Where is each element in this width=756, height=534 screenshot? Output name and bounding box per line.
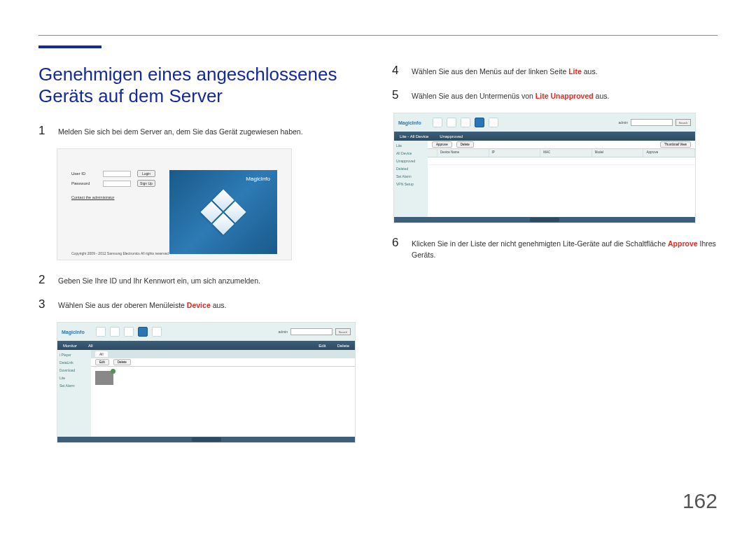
nav-icon-device[interactable] bbox=[475, 118, 484, 127]
nav-icon-3[interactable] bbox=[124, 327, 134, 337]
nav-icon-1[interactable] bbox=[433, 118, 442, 127]
search-button[interactable]: Search bbox=[335, 328, 351, 335]
toolbar-row: Approve Delete Thumbnail View bbox=[428, 141, 695, 149]
step-number: 4 bbox=[392, 64, 402, 78]
td-approve[interactable] bbox=[643, 157, 695, 164]
sidebar-item[interactable]: Lite bbox=[59, 376, 89, 380]
app-footer bbox=[394, 217, 695, 223]
sidebar-item[interactable]: Deleted bbox=[396, 167, 426, 171]
pagination-control[interactable] bbox=[192, 437, 221, 442]
menubar-monitor[interactable]: Monitor bbox=[63, 344, 77, 348]
page-title: Genehmigen eines angeschlossenes Geräts … bbox=[38, 64, 364, 107]
device-thumbnail[interactable] bbox=[95, 371, 113, 385]
app-body: i Player DataLink Download Lite Set Alar… bbox=[57, 350, 355, 437]
password-input[interactable] bbox=[103, 181, 131, 187]
app-topbar: MagicInfo admin Search bbox=[57, 323, 355, 341]
app-sidebar: Lite All Device Unapproved Deleted Set A… bbox=[394, 141, 428, 217]
step-text: Melden Sie sich bei dem Server an, dem S… bbox=[58, 124, 303, 138]
user-id-label: User ID bbox=[71, 171, 97, 176]
step-number: 2 bbox=[38, 273, 48, 287]
td-name bbox=[438, 157, 489, 164]
step-pre: Wählen Sie aus der oberen Menüleiste bbox=[58, 301, 187, 309]
nav-icon-3[interactable] bbox=[461, 118, 470, 127]
sidebar-item[interactable]: Unapproved bbox=[396, 159, 426, 163]
step-post: aus. bbox=[594, 92, 610, 100]
th-approve: Approve bbox=[643, 149, 695, 157]
sidebar-item[interactable]: Set Alarm bbox=[59, 384, 89, 388]
tab-unapproved[interactable]: Unapproved bbox=[440, 134, 463, 139]
search-input[interactable] bbox=[290, 328, 332, 335]
delete-button[interactable]: Delete bbox=[456, 141, 474, 148]
contact-admin-link[interactable]: Contact the administrator bbox=[71, 195, 155, 199]
nav-icon-2[interactable] bbox=[110, 327, 120, 337]
diamond-icon bbox=[202, 191, 244, 233]
app-logo: MagicInfo bbox=[62, 330, 85, 335]
nav-icon-1[interactable] bbox=[96, 327, 106, 337]
mini-edit[interactable]: Edit bbox=[95, 359, 109, 365]
user-id-input[interactable] bbox=[103, 171, 131, 177]
approve-button[interactable]: Approve bbox=[432, 141, 452, 148]
sidebar-item[interactable]: All Device bbox=[396, 151, 426, 155]
step-text: Klicken Sie in der Liste der nicht geneh… bbox=[412, 236, 718, 261]
keyword-lite: Lite bbox=[568, 67, 582, 76]
mini-delete[interactable]: Delete bbox=[113, 359, 131, 365]
sidebar-item[interactable]: Set Alarm bbox=[396, 174, 426, 178]
user-info: admin bbox=[618, 120, 628, 125]
app-menubar: Lite - All Device Unapproved bbox=[394, 132, 695, 141]
left-column: Genehmigen eines angeschlossenes Geräts … bbox=[38, 64, 364, 456]
top-right: admin Search bbox=[618, 119, 691, 126]
sidebar-item[interactable]: VPN Setup bbox=[396, 182, 426, 186]
step-2: 2 Geben Sie Ihre ID und Ihr Kennwort ein… bbox=[38, 273, 364, 287]
magicinfo-badge: MagicInfo bbox=[169, 170, 277, 254]
menubar-delete[interactable]: Delete bbox=[337, 344, 349, 348]
step-post: aus. bbox=[211, 301, 227, 309]
step-4: 4 Wählen Sie aus den Menüs auf der linke… bbox=[392, 64, 718, 78]
keyword-device: Device bbox=[187, 301, 211, 309]
tab-lite-all[interactable]: Lite - All Device bbox=[400, 134, 428, 139]
sidebar-item[interactable]: Lite bbox=[396, 143, 426, 148]
top-nav-icons bbox=[96, 327, 162, 337]
top-rule bbox=[38, 35, 718, 36]
tab-all[interactable]: All bbox=[95, 351, 108, 357]
nav-icon-2[interactable] bbox=[447, 118, 456, 127]
td-check[interactable] bbox=[428, 157, 438, 164]
page-content: Genehmigen eines angeschlossenes Geräts … bbox=[38, 64, 718, 456]
step-5: 5 Wählen Sie aus den Untermenüs von Lite… bbox=[392, 88, 718, 102]
th-check bbox=[428, 149, 438, 157]
step-text: Wählen Sie aus der oberen Menüleiste Dev… bbox=[58, 297, 226, 311]
signup-button[interactable]: Sign Up bbox=[137, 180, 155, 187]
pagination-control[interactable] bbox=[530, 218, 559, 222]
step-number: 6 bbox=[392, 236, 402, 250]
step-pre: Wählen Sie aus den Untermenüs von bbox=[412, 92, 536, 100]
sidebar-item[interactable]: i Player bbox=[59, 353, 89, 357]
step-number: 1 bbox=[38, 124, 48, 138]
menubar-all[interactable]: All bbox=[88, 344, 93, 348]
sidebar-item[interactable]: Download bbox=[59, 368, 89, 372]
table-row[interactable] bbox=[428, 157, 695, 165]
td-mac bbox=[540, 157, 592, 164]
table-header: Device Name IP MAC Model Approve bbox=[428, 149, 695, 157]
app-logo: MagicInfo bbox=[398, 120, 421, 125]
step-1: 1 Melden Sie sich bei dem Server an, dem… bbox=[38, 124, 364, 138]
nav-icon-5[interactable] bbox=[489, 118, 498, 127]
th-ip: IP bbox=[489, 149, 541, 157]
step-3: 3 Wählen Sie aus der oberen Menüleiste D… bbox=[38, 297, 364, 311]
search-button[interactable]: Search bbox=[676, 119, 691, 126]
screenshot-unapproved: MagicInfo admin Search Lite - All Device… bbox=[393, 113, 696, 223]
magicinfo-logo-text: MagicInfo bbox=[246, 176, 270, 182]
view-button[interactable]: Thumbnail View bbox=[660, 141, 691, 148]
nav-icon-5[interactable] bbox=[152, 327, 162, 337]
td-model bbox=[592, 157, 644, 164]
tab-row: All bbox=[91, 350, 355, 358]
search-input[interactable] bbox=[631, 119, 673, 126]
th-model: Model bbox=[592, 149, 644, 157]
nav-icon-device[interactable] bbox=[138, 327, 148, 337]
password-label: Password bbox=[71, 181, 97, 185]
menubar-edit[interactable]: Edit bbox=[318, 344, 326, 348]
login-button[interactable]: Login bbox=[137, 170, 155, 177]
login-row-pass: Password Sign Up bbox=[71, 180, 155, 187]
sidebar-item[interactable]: DataLink bbox=[59, 360, 89, 365]
screenshot-login: User ID Login Password Sign Up Contact t… bbox=[57, 148, 292, 260]
th-name: Device Name bbox=[438, 149, 489, 157]
step-text: Wählen Sie aus den Menüs auf der linken … bbox=[412, 64, 598, 78]
